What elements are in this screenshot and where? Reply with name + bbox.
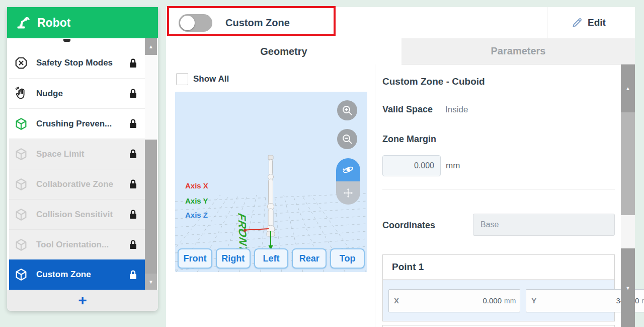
triangle-up-icon: ▲ bbox=[625, 86, 630, 91]
point-1-title: Point 1 bbox=[383, 255, 614, 280]
zone-margin-unit: mm bbox=[446, 161, 460, 171]
point-1-x-input[interactable] bbox=[401, 296, 502, 305]
lock-icon bbox=[128, 179, 138, 189]
main-panel: Custom Zone Edit Geometry Parameters Sho… bbox=[166, 7, 635, 327]
sidebar-item-space-limit[interactable]: Space Limit bbox=[9, 139, 145, 169]
tab-parameters[interactable]: Parameters bbox=[401, 38, 635, 64]
scroll-down-button[interactable]: ▼ bbox=[145, 274, 157, 290]
cube-icon bbox=[14, 177, 28, 191]
sidebar-header: Robot bbox=[7, 7, 158, 38]
lock-icon bbox=[128, 239, 138, 250]
sidebar-item-label: Collision Sensitivit bbox=[36, 210, 120, 220]
field-unit: mm bbox=[641, 297, 644, 305]
topbar: Custom Zone Edit bbox=[166, 7, 635, 38]
lock-icon bbox=[128, 209, 138, 220]
view-front-button[interactable]: Front bbox=[178, 248, 212, 269]
app-root: Robot Safety Stop Modes Nudge bbox=[0, 0, 644, 327]
zone-margin-label: Zone Margin bbox=[382, 134, 436, 145]
scroll-up-button[interactable]: ▲ bbox=[621, 64, 635, 112]
3d-viewer[interactable]: FRONT A bbox=[175, 92, 367, 272]
cube-icon bbox=[14, 238, 28, 252]
sidebar-item-custom-zone[interactable]: Custom Zone bbox=[9, 259, 145, 290]
coordinates-value: Base bbox=[480, 220, 499, 229]
triangle-up-icon: ▲ bbox=[148, 44, 153, 49]
sidebar-item-label: Crushing Preven... bbox=[36, 119, 120, 129]
sidebar-scrollbar[interactable]: ▲ ▼ bbox=[145, 38, 157, 290]
sidebar-item-label: Custom Zone bbox=[36, 270, 120, 280]
triangle-down-icon: ▼ bbox=[148, 279, 153, 285]
scrollbar-thumb[interactable] bbox=[145, 140, 157, 274]
field-label: Y bbox=[531, 296, 536, 305]
triangle-down-icon: ▼ bbox=[625, 285, 630, 291]
pencil-icon bbox=[571, 17, 583, 29]
toggle-knob bbox=[180, 16, 195, 30]
tab-label: Parameters bbox=[491, 45, 546, 57]
edit-label: Edit bbox=[588, 17, 606, 28]
view-top-button[interactable]: Top bbox=[330, 248, 365, 269]
toggle-label: Custom Zone bbox=[225, 7, 290, 38]
pan-view-button[interactable] bbox=[336, 181, 360, 205]
axis-x-label: Axis X bbox=[185, 181, 208, 190]
coordinates-select[interactable]: Base bbox=[473, 214, 615, 236]
view-button-label: Front bbox=[183, 253, 206, 264]
magnifier-minus-icon bbox=[341, 133, 353, 145]
sidebar-item-collision-sensitivity[interactable]: Collision Sensitivit bbox=[9, 199, 145, 229]
orbit-icon bbox=[342, 163, 355, 176]
sidebar-item-collaborative-zone[interactable]: Collaborative Zone bbox=[9, 169, 145, 199]
add-zone-button[interactable]: + bbox=[7, 290, 158, 311]
sidebar-item-label: Nudge bbox=[36, 89, 120, 99]
cube-icon bbox=[14, 147, 28, 161]
zoom-in-button[interactable] bbox=[337, 100, 357, 120]
details-scrollbar[interactable]: ▲ ▼ bbox=[621, 64, 635, 327]
field-unit: mm bbox=[504, 297, 516, 305]
four-arrows-icon bbox=[343, 187, 354, 199]
nudge-hand-icon bbox=[14, 87, 28, 101]
rotate-view-button[interactable] bbox=[336, 158, 360, 181]
point-1-fields: X mm Y mm Z mm bbox=[383, 280, 614, 321]
view-button-label: Left bbox=[263, 253, 279, 264]
tab-bar: Geometry Parameters bbox=[166, 38, 635, 64]
cube-icon bbox=[14, 117, 28, 131]
axis-y-label: Axis Y bbox=[185, 197, 208, 205]
sidebar-title: Robot bbox=[37, 16, 70, 30]
zoom-out-button[interactable] bbox=[337, 129, 357, 149]
show-all-checkbox[interactable] bbox=[176, 73, 188, 85]
scroll-down-button[interactable]: ▼ bbox=[621, 248, 635, 327]
view-button-label: Top bbox=[340, 253, 356, 264]
sidebar-item-crushing-prevention[interactable]: Crushing Preven... bbox=[9, 108, 145, 139]
stop-sign-x-icon bbox=[14, 56, 28, 70]
edit-button[interactable]: Edit bbox=[571, 7, 606, 38]
custom-zone-toggle[interactable] bbox=[179, 14, 212, 32]
view-buttons: Front Right Left Rear Top bbox=[178, 248, 365, 269]
lock-icon bbox=[128, 118, 138, 129]
magnifier-plus-icon bbox=[341, 104, 353, 116]
point-1-x-field[interactable]: X mm bbox=[388, 289, 520, 312]
view-right-button[interactable]: Right bbox=[216, 248, 251, 269]
sidebar-item-label: Space Limit bbox=[36, 149, 120, 159]
sidebar-item-label: Safety Stop Modes bbox=[36, 58, 120, 68]
scrollbar-thumb[interactable] bbox=[621, 112, 635, 215]
partially-scrolled-item bbox=[63, 39, 70, 42]
view-left-button[interactable]: Left bbox=[254, 248, 289, 269]
robot-arm-icon bbox=[15, 15, 31, 31]
view-button-label: Rear bbox=[299, 253, 319, 264]
robot-arm-model bbox=[262, 155, 279, 237]
coordinates-label: Coordinates bbox=[382, 220, 435, 231]
view-control-pill bbox=[336, 158, 360, 205]
sidebar-item-nudge[interactable]: Nudge bbox=[9, 78, 145, 108]
view-button-label: Right bbox=[221, 253, 245, 264]
scroll-up-button[interactable]: ▲ bbox=[145, 38, 157, 55]
divider bbox=[547, 7, 547, 38]
lock-icon bbox=[128, 149, 138, 159]
sidebar-item-safety-stop-modes[interactable]: Safety Stop Modes bbox=[9, 48, 145, 78]
point-1-card: Point 1 X mm Y mm Z mm bbox=[382, 254, 615, 321]
view-rear-button[interactable]: Rear bbox=[292, 248, 327, 269]
field-label: X bbox=[394, 296, 399, 305]
sidebar: Robot Safety Stop Modes Nudge bbox=[7, 7, 158, 311]
sidebar-item-tool-orientation[interactable]: Tool Orientation... bbox=[9, 229, 145, 259]
point-2-card-edge bbox=[382, 325, 615, 327]
zone-margin-input[interactable] bbox=[382, 155, 441, 176]
plus-icon: + bbox=[78, 293, 87, 308]
tab-geometry[interactable]: Geometry bbox=[166, 38, 401, 64]
show-all-control: Show All bbox=[176, 73, 229, 85]
